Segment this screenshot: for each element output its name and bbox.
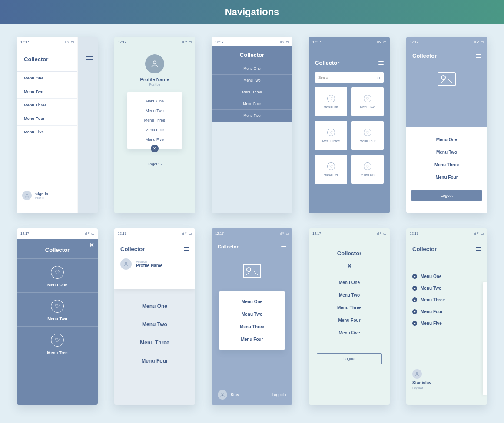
menu-item[interactable]: Menu Five: [309, 327, 390, 339]
profile-name: Profile Name: [114, 77, 195, 82]
menu-item[interactable]: Menu Three: [127, 116, 182, 125]
heart-icon: ♡: [364, 129, 371, 136]
screen-bullet-list: 12:17ıılᯤ▭ Collector Menu One Menu Two M…: [406, 228, 487, 405]
menu-item[interactable]: Menu Two: [219, 308, 285, 321]
logout-link[interactable]: Logout›: [114, 162, 195, 166]
screen-drawer-left: 12:17 ıılᯤ▭ Collector Menu One Menu Two …: [17, 37, 98, 213]
search-placeholder: Search: [318, 76, 329, 79]
menu-item[interactable]: Menu Two: [212, 74, 292, 86]
grid-card[interactable]: ♡Menu Six: [351, 155, 384, 184]
menu-item[interactable]: Menu One: [406, 271, 487, 282]
grid-card[interactable]: ♡Menu Four: [351, 121, 384, 150]
app-title: Collector: [315, 59, 339, 66]
hamburger-icon[interactable]: [86, 56, 93, 60]
menu-item[interactable]: Menu Four: [309, 314, 390, 327]
logout-link[interactable]: Loguot: [412, 386, 431, 390]
avatar-icon: [120, 258, 132, 270]
menu-item[interactable]: Menu Three: [219, 321, 285, 333]
avatar-icon[interactable]: [145, 54, 164, 73]
menu-item[interactable]: Menu One: [309, 276, 390, 289]
menu-item[interactable]: ♡Menu Tree: [17, 326, 98, 360]
close-icon[interactable]: ✕: [309, 263, 390, 269]
screen-list-large: 12:17ıılᯤ▭ Collector Position Profile Na…: [114, 228, 195, 405]
hamburger-icon[interactable]: [184, 247, 189, 251]
menu-item[interactable]: Menu Four: [219, 333, 285, 346]
hamburger-icon[interactable]: [281, 245, 286, 249]
menu-item[interactable]: ♡Menu Two: [17, 292, 98, 326]
play-bullet-icon: [412, 297, 417, 302]
screen-top-menu: 12:17ıılᯤ▭ Collector Menu One Menu Two M…: [212, 37, 292, 213]
menu-item[interactable]: Menu Three: [212, 86, 292, 98]
menu-item[interactable]: Menu Two: [114, 315, 195, 334]
menu-item[interactable]: Menu Five: [17, 126, 77, 139]
grid-card[interactable]: ♡Menu Three: [315, 121, 347, 150]
status-bar: 12:17ıılᯤ▭: [212, 37, 292, 46]
menu-item[interactable]: Menu Two: [406, 282, 487, 294]
menu-item[interactable]: Menu Two: [17, 85, 77, 99]
hamburger-icon[interactable]: [378, 61, 384, 65]
menu-item[interactable]: Menu One: [127, 96, 182, 106]
menu-item[interactable]: Menu One: [219, 295, 285, 308]
menu-item[interactable]: Menu Three: [406, 294, 487, 306]
menu-item[interactable]: Menu One: [212, 63, 292, 74]
avatar-icon: [412, 369, 422, 379]
play-bullet-icon: [412, 309, 417, 314]
app-title: Collector: [17, 46, 77, 71]
app-title: Collector: [17, 239, 98, 258]
menu-item[interactable]: Menu Five: [212, 109, 292, 122]
menu-item[interactable]: Menu Four: [212, 98, 292, 109]
screen-floating-panel: 12:17ıılᯤ▭ Collector Menu One Menu Two M…: [212, 228, 292, 405]
svg-point-2: [125, 262, 127, 264]
menu-item[interactable]: Menu Three: [406, 159, 487, 171]
menu-item[interactable]: Menu Three: [17, 99, 77, 112]
menu-item[interactable]: Menu Five: [127, 135, 182, 144]
profile-name: Profile Name: [136, 263, 162, 268]
search-input[interactable]: Search ⌕: [315, 72, 384, 83]
heart-icon: ♡: [364, 162, 371, 170]
menu-item[interactable]: Menu Two: [406, 146, 487, 159]
menu-item[interactable]: Menu Four: [406, 171, 487, 184]
signal-icons: ıılᯤ▭: [85, 231, 94, 235]
menu-item[interactable]: Menu Two: [309, 289, 390, 301]
status-bar: 12:17ıılᯤ▭: [212, 228, 292, 238]
app-title: Collector: [212, 52, 292, 58]
user-block[interactable]: Stanislav Loguot: [412, 369, 431, 390]
signal-icons: ıılᯤ▭: [182, 231, 192, 235]
menu-item[interactable]: Menu Three: [309, 301, 390, 314]
status-bar: 12:17ıılᯤ▭: [114, 228, 195, 238]
menu-item[interactable]: Menu One: [406, 133, 487, 146]
grid-card[interactable]: ♡Menu Five: [315, 155, 347, 184]
logout-button[interactable]: Logout: [411, 190, 482, 201]
close-icon[interactable]: ✕: [89, 241, 94, 248]
logout-link[interactable]: Logout›: [272, 393, 286, 397]
menu-item[interactable]: Menu One: [17, 72, 77, 85]
hamburger-icon[interactable]: [476, 54, 481, 58]
screen-grid-cards: 12:17ıılᯤ▭ Collector Search ⌕ ♡Menu One …: [309, 37, 390, 213]
user-block[interactable]: Sign in Profile: [22, 191, 48, 200]
profile-row[interactable]: Position Profile Name: [114, 257, 195, 276]
grid-card[interactable]: ♡Menu One: [315, 87, 347, 116]
menu-item[interactable]: Menu Two: [127, 106, 182, 116]
signal-icons: ıılᯤ▭: [377, 40, 386, 44]
menu-item[interactable]: Menu Five: [406, 317, 487, 329]
status-bar: 12:17ıılᯤ▭: [309, 228, 390, 238]
heart-icon: ♡: [364, 95, 371, 102]
logout-button[interactable]: Logout: [317, 353, 382, 364]
menu-item[interactable]: Menu Four: [127, 125, 182, 135]
image-placeholder-icon: [438, 72, 456, 86]
menu-item[interactable]: Menu Three: [114, 334, 195, 352]
peek-panel[interactable]: [483, 282, 487, 395]
user-block[interactable]: Stas: [218, 390, 239, 400]
menu-item[interactable]: Menu Four: [17, 112, 77, 126]
heart-icon: ♡: [51, 300, 64, 313]
menu-item[interactable]: ♡Menu One: [17, 258, 98, 292]
menu-item[interactable]: Menu Four: [114, 352, 195, 370]
hamburger-icon[interactable]: [476, 247, 481, 251]
close-button[interactable]: ✕: [151, 145, 159, 152]
menu-item[interactable]: Menu Four: [406, 306, 487, 317]
svg-point-0: [26, 194, 28, 195]
menu-item[interactable]: Menu One: [114, 297, 195, 315]
screen-image-header: 12:17ıılᯤ▭ Collector Menu One Menu Two M…: [406, 37, 487, 213]
grid-card[interactable]: ♡Menu Two: [351, 87, 384, 116]
heart-icon: ♡: [327, 162, 335, 170]
